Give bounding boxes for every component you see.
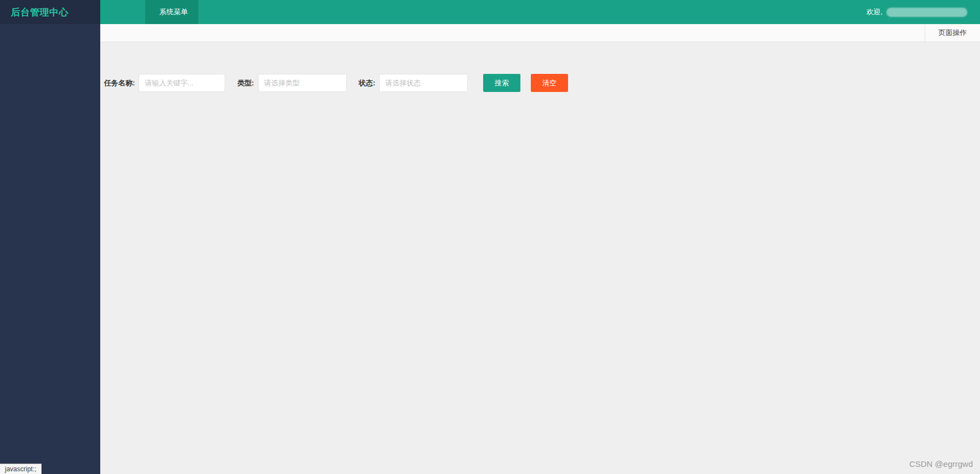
topbar: 后台管理中心 系统菜单 欢迎, [0,0,980,24]
task-name-input[interactable] [139,74,225,92]
brand: 后台管理中心 [0,0,100,24]
system-menu-label: 系统菜单 [159,7,188,17]
system-menu-tab[interactable]: 系统菜单 [145,0,198,24]
content-tabs [104,49,971,67]
sidebar [0,24,100,474]
search-button[interactable]: 搜索 [483,74,520,92]
user-menu[interactable]: 欢迎, [862,7,971,17]
app-title: 后台管理中心 [11,6,68,19]
content: 页面操作 任务名称: 类型: 请选择类型 状态: 请选择状态 [100,24,980,474]
task-name-label: 任务名称: [104,78,135,88]
sidebar-toggle-button[interactable] [100,0,145,24]
tab-bar: 页面操作 [100,24,980,42]
workspace: 任务名称: 类型: 请选择类型 状态: 请选择状态 搜索 清空 [100,42,980,474]
status-bar: javascript:; [0,464,42,474]
status-label: 状态: [359,78,375,88]
filter-bar: 任务名称: 类型: 请选择类型 状态: 请选择状态 搜索 清空 [104,74,971,92]
app: 后台管理中心 系统菜单 欢迎, [0,0,980,474]
welcome-text: 欢迎, [866,7,882,17]
watermark: CSDN @egrrgwd [909,459,973,469]
username-redacted [886,8,967,17]
type-select-value: 请选择类型 [264,78,300,88]
clear-button[interactable]: 清空 [531,74,568,92]
page-operations-button[interactable]: 页面操作 [925,24,980,42]
main: 页面操作 任务名称: 类型: 请选择类型 状态: 请选择状态 [0,24,980,474]
type-label: 类型: [237,78,254,88]
page-operations-label: 页面操作 [938,28,967,38]
type-select[interactable]: 请选择类型 [258,74,347,92]
status-select[interactable]: 请选择状态 [379,74,468,92]
status-select-value: 请选择状态 [385,78,421,88]
topbar-actions: 欢迎, [807,0,980,24]
